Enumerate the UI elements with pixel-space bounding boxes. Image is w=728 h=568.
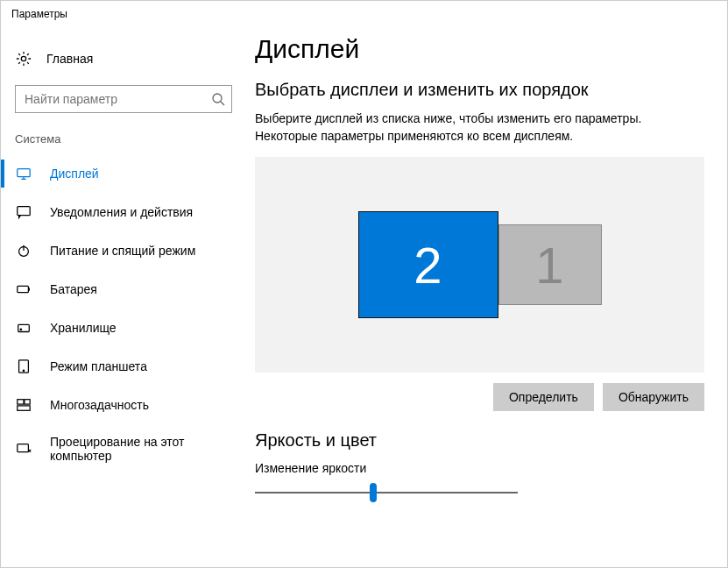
power-icon — [15, 242, 32, 259]
sidebar-item-projecting[interactable]: Проецирование на этот компьютер — [1, 424, 246, 473]
storage-icon — [15, 319, 32, 337]
svg-rect-3 — [18, 207, 30, 216]
svg-point-9 — [23, 370, 24, 371]
sidebar-nav: Дисплей Уведомления и действия — [1, 154, 246, 473]
monitor-tile-2[interactable]: 2 — [358, 211, 498, 318]
monitor-icon — [15, 165, 32, 182]
brightness-slider[interactable] — [255, 492, 518, 493]
sidebar-item-notifications[interactable]: Уведомления и действия — [1, 193, 246, 231]
sidebar-item-display[interactable]: Дисплей — [1, 154, 246, 193]
sidebar-item-label: Дисплей — [50, 167, 99, 181]
svg-point-0 — [21, 56, 25, 60]
arrange-heading: Выбрать дисплеи и изменить их порядок — [255, 80, 704, 100]
display-arrangement-panel[interactable]: 2 1 — [255, 157, 704, 373]
svg-rect-10 — [18, 400, 24, 404]
sidebar-item-label: Проецирование на этот компьютер — [50, 435, 232, 463]
project-icon — [15, 440, 32, 458]
sidebar-item-label: Хранилище — [50, 321, 117, 335]
svg-rect-11 — [25, 400, 30, 404]
search-icon — [211, 92, 225, 106]
monitor-tile-1[interactable]: 1 — [498, 224, 602, 305]
window-title: Параметры — [1, 1, 727, 24]
svg-rect-13 — [18, 444, 29, 452]
multitask-icon — [15, 396, 32, 414]
brightness-label: Изменение яркости — [255, 461, 704, 475]
sidebar-item-label: Режим планшета — [50, 359, 147, 373]
sidebar-item-label: Многозадачность — [50, 398, 149, 412]
svg-rect-6 — [18, 324, 30, 331]
brightness-heading: Яркость и цвет — [255, 430, 704, 451]
svg-rect-12 — [18, 406, 30, 410]
detect-button[interactable]: Обнаружить — [603, 383, 704, 411]
identify-button[interactable]: Определить — [493, 383, 594, 411]
arrange-description: Выберите дисплей из списка ниже, чтобы и… — [255, 110, 704, 145]
sidebar-item-label: Уведомления и действия — [50, 205, 193, 219]
chat-icon — [15, 203, 32, 221]
sidebar-item-label: Питание и спящий режим — [50, 244, 195, 258]
home-label: Главная — [46, 52, 93, 66]
gear-icon — [15, 50, 32, 67]
sidebar-item-power[interactable]: Питание и спящий режим — [1, 231, 246, 270]
sidebar-item-multitask[interactable]: Многозадачность — [1, 386, 246, 424]
search-input[interactable] — [15, 85, 232, 113]
sidebar-item-battery[interactable]: Батарея — [1, 270, 246, 309]
sidebar-section-label: Система — [1, 129, 246, 154]
page-title: Дисплей — [255, 34, 704, 64]
sidebar-item-storage[interactable]: Хранилище — [1, 309, 246, 347]
tablet-icon — [15, 358, 32, 375]
content: Дисплей Выбрать дисплеи и изменить их по… — [246, 24, 727, 567]
svg-point-7 — [20, 329, 21, 330]
svg-rect-5 — [18, 286, 29, 292]
home-link[interactable]: Главная — [1, 45, 246, 73]
sidebar-item-tablet[interactable]: Режим планшета — [1, 347, 246, 386]
sidebar: Главная Система — [1, 24, 246, 567]
svg-rect-2 — [18, 169, 30, 177]
svg-point-1 — [213, 94, 222, 103]
battery-icon — [15, 280, 32, 298]
sidebar-item-label: Батарея — [50, 282, 97, 296]
